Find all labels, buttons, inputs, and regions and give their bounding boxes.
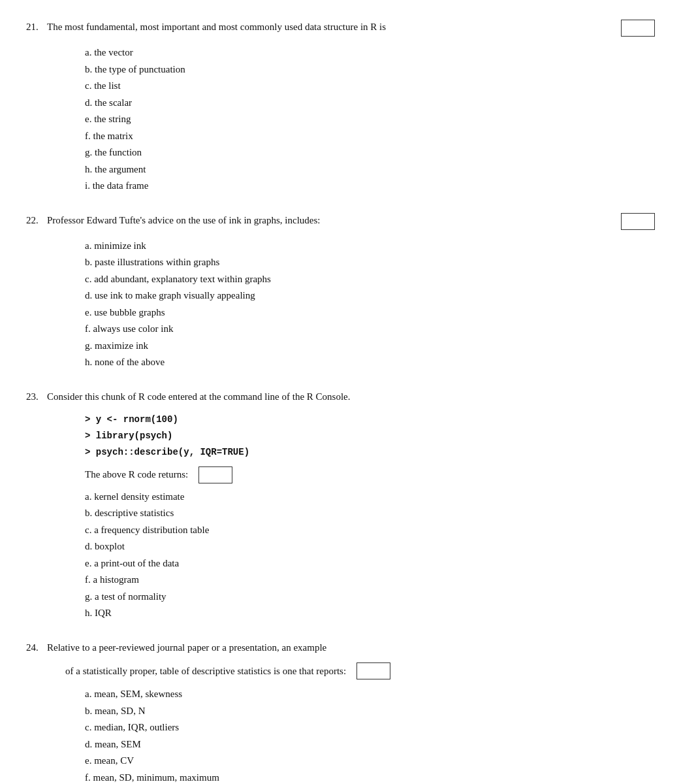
q22-option-d: d. use ink to make graph visually appeal… bbox=[85, 287, 655, 304]
q23-sub-text: The above R code returns: bbox=[85, 467, 188, 482]
q23-option-a: a. kernel density estimate bbox=[85, 489, 655, 506]
q21-option-h: h. the argument bbox=[85, 161, 655, 178]
question-24: 24. Relative to a peer-reviewed journal … bbox=[26, 640, 655, 784]
q21-number: 21. bbox=[26, 20, 47, 35]
q23-code-line1: > y <- rnorm(100) bbox=[85, 412, 655, 428]
q24-option-b: b. mean, SD, N bbox=[85, 703, 655, 720]
q24-option-d: d. mean, SEM bbox=[85, 736, 655, 753]
q23-text: Consider this chunk of R code entered at… bbox=[47, 389, 655, 404]
q23-option-c: c. a frequency distribution table bbox=[85, 522, 655, 539]
q24-text-line1: Relative to a peer-reviewed journal pape… bbox=[47, 640, 655, 655]
q23-sub-question: The above R code returns: bbox=[85, 466, 655, 483]
q23-number: 23. bbox=[26, 389, 47, 404]
q23-option-g: g. a test of normality bbox=[85, 589, 655, 606]
q21-option-d: d. the scalar bbox=[85, 95, 655, 112]
q24-answer-box[interactable] bbox=[356, 662, 390, 679]
q22-answer-box[interactable] bbox=[621, 213, 655, 230]
q24-option-a: a. mean, SEM, skewness bbox=[85, 686, 655, 703]
q23-code-line2: > library(psych) bbox=[85, 428, 655, 444]
q22-option-e: e. use bubble graphs bbox=[85, 304, 655, 321]
q23-code-line3: > psych::describe(y, IQR=TRUE) bbox=[85, 444, 655, 461]
question-23: 23. Consider this chunk of R code entere… bbox=[26, 389, 655, 622]
q23-option-b: b. descriptive statistics bbox=[85, 505, 655, 522]
q24-option-e: e. mean, CV bbox=[85, 753, 655, 770]
q22-number: 22. bbox=[26, 213, 47, 228]
q21-option-c: c. the list bbox=[85, 78, 655, 95]
q24-number: 24. bbox=[26, 640, 47, 655]
q22-option-b: b. paste illustrations within graphs bbox=[85, 254, 655, 271]
q24-text-line2: of a statistically proper, table of desc… bbox=[65, 666, 346, 677]
q21-option-f: f. the matrix bbox=[85, 128, 655, 145]
q22-text: Professor Edward Tufte's advice on the u… bbox=[47, 213, 612, 228]
q23-option-h: h. IQR bbox=[85, 605, 655, 622]
q21-option-b: b. the type of punctuation bbox=[85, 61, 655, 78]
q21-answer-box[interactable] bbox=[621, 20, 655, 37]
q22-option-g: g. maximize ink bbox=[85, 338, 655, 355]
q23-options: a. kernel density estimate b. descriptiv… bbox=[85, 489, 655, 622]
q22-option-a: a. minimize ink bbox=[85, 238, 655, 255]
q22-option-f: f. always use color ink bbox=[85, 321, 655, 338]
q24-options: a. mean, SEM, skewness b. mean, SD, N c.… bbox=[85, 686, 655, 784]
q24-option-f: f. mean, SD, minimum, maximum bbox=[85, 770, 655, 784]
q22-option-h: h. none of the above bbox=[85, 354, 655, 371]
q23-answer-box[interactable] bbox=[198, 466, 232, 483]
q22-option-c: c. add abundant, explanatory text within… bbox=[85, 271, 655, 288]
question-21: 21. The most fundamental, most important… bbox=[26, 20, 655, 195]
q21-text: The most fundamental, most important and… bbox=[47, 20, 612, 35]
q24-option-c: c. median, IQR, outliers bbox=[85, 719, 655, 736]
q21-options: a. the vector b. the type of punctuation… bbox=[85, 44, 655, 195]
q21-option-e: e. the string bbox=[85, 111, 655, 128]
q23-option-e: e. a print-out of the data bbox=[85, 555, 655, 572]
q24-line2: of a statistically proper, table of desc… bbox=[65, 662, 655, 679]
q23-option-d: d. boxplot bbox=[85, 538, 655, 555]
q21-option-i: i. the data frame bbox=[85, 178, 655, 195]
q22-options: a. minimize ink b. paste illustrations w… bbox=[85, 238, 655, 371]
q23-code: > y <- rnorm(100) > library(psych) > psy… bbox=[85, 412, 655, 461]
question-22: 22. Professor Edward Tufte's advice on t… bbox=[26, 213, 655, 371]
q21-option-a: a. the vector bbox=[85, 44, 655, 61]
q21-option-g: g. the function bbox=[85, 144, 655, 161]
q23-option-f: f. a histogram bbox=[85, 572, 655, 589]
